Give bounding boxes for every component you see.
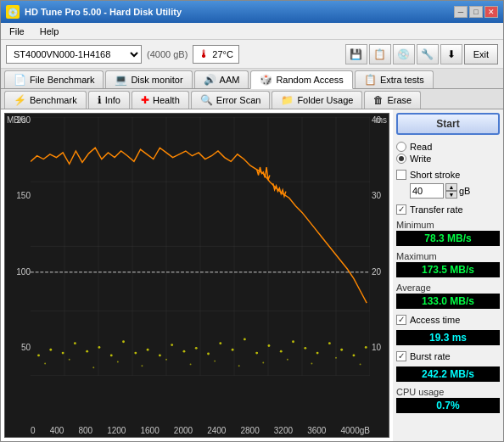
folder-usage-icon: 📁: [281, 94, 294, 106]
y-right-40: 40: [372, 115, 385, 125]
stroke-spinner: ▲ ▼: [445, 183, 457, 199]
maximum-label: Maximum: [396, 251, 500, 261]
short-stroke-checkbox[interactable]: [396, 170, 406, 180]
tab-aam-label: AAM: [220, 75, 240, 85]
svg-point-18: [62, 352, 64, 355]
tabs-row1: 📄 File Benchmark 💻 Disk monitor 🔊 AAM 🎲 …: [1, 69, 503, 89]
temperature-badge: 🌡 27°C: [193, 45, 239, 64]
y-axis-left: 200 150 100 50: [7, 114, 32, 420]
start-button[interactable]: Start: [396, 113, 500, 135]
stroke-up-btn[interactable]: ▲: [445, 183, 457, 191]
tab-health-label: Health: [153, 95, 180, 105]
burst-rate-block: 242.2 MB/s: [396, 366, 500, 382]
svg-point-54: [287, 359, 288, 361]
tab-benchmark-label: Benchmark: [30, 95, 77, 105]
tab-health[interactable]: ✚ Health: [132, 91, 189, 109]
tab-error-scan[interactable]: 🔍 Error Scan: [191, 91, 271, 109]
svg-point-30: [207, 353, 210, 355]
minimize-button[interactable]: ─: [454, 6, 468, 18]
tab-info-label: Info: [105, 95, 120, 105]
toolbar-icons: 💾 📋 💿 🔧 ⬇ Exit: [345, 44, 498, 64]
x-400: 400: [50, 426, 64, 435]
extra-tests-icon: 📋: [364, 74, 377, 86]
burst-rate-checkbox-item[interactable]: Burst rate: [396, 351, 500, 361]
chart-area: MB/s ms 200 150 100 50 40 30 20 10: [4, 113, 389, 438]
title-bar-left: 💿 HD Tune Pro 5.00 - Hard Disk Utility: [6, 5, 182, 19]
short-stroke-checkbox-item[interactable]: Short stroke: [396, 170, 500, 180]
tab-folder-usage[interactable]: 📁 Folder Usage: [272, 91, 362, 109]
transfer-rate-checkbox-item[interactable]: Transfer rate: [396, 204, 500, 215]
cpu-usage-label: CPU usage: [396, 387, 500, 397]
title-bar: 💿 HD Tune Pro 5.00 - Hard Disk Utility ─…: [1, 1, 503, 23]
svg-point-33: [244, 338, 246, 340]
x-3600: 3600: [307, 426, 326, 435]
tab-extra-tests[interactable]: 📋 Extra tests: [355, 70, 434, 88]
tab-error-scan-label: Error Scan: [216, 95, 261, 105]
short-stroke-label: Short stroke: [410, 170, 460, 180]
x-800: 800: [78, 426, 92, 435]
burst-rate-value: 242.2 MB/s: [396, 366, 500, 382]
tab-folder-usage-label: Folder Usage: [297, 95, 353, 105]
x-3200: 3200: [274, 426, 293, 435]
x-2400: 2400: [207, 426, 226, 435]
svg-point-42: [353, 355, 356, 357]
drive-selector[interactable]: ST4000VN000-1H4168: [6, 45, 142, 64]
svg-point-44: [44, 363, 46, 365]
health-icon-btn[interactable]: 🔧: [417, 44, 439, 64]
minimum-block: Minimum 78.3 MB/s: [396, 220, 500, 246]
stroke-input-row: ▲ ▼ gB: [410, 183, 500, 199]
maximize-button[interactable]: □: [469, 6, 483, 18]
access-time-label: Access time: [410, 315, 460, 325]
error-scan-icon: 🔍: [200, 94, 213, 106]
stroke-down-btn[interactable]: ▼: [445, 191, 457, 199]
save-icon-btn[interactable]: 💿: [393, 44, 415, 64]
app-icon: 💿: [6, 5, 20, 19]
write-radio[interactable]: [396, 154, 406, 164]
chart-svg: [31, 117, 370, 376]
burst-rate-checkbox[interactable]: [396, 351, 406, 361]
svg-point-57: [360, 363, 361, 365]
exit-button[interactable]: Exit: [464, 44, 498, 64]
menu-file[interactable]: File: [6, 25, 28, 37]
svg-point-56: [335, 357, 337, 359]
tab-benchmark[interactable]: ⚡ Benchmark: [4, 91, 87, 109]
write-radio-item[interactable]: Write: [396, 154, 500, 164]
tab-file-benchmark[interactable]: 📄 File Benchmark: [4, 70, 104, 88]
tab-info[interactable]: ℹ Info: [88, 91, 130, 109]
svg-point-32: [232, 349, 234, 351]
svg-point-41: [340, 349, 343, 351]
tab-aam[interactable]: 🔊 AAM: [194, 70, 249, 88]
tab-random-access[interactable]: 🎲 Random Access: [250, 70, 352, 89]
copy-icon-btn[interactable]: 📋: [369, 44, 391, 64]
y-left-100: 100: [8, 267, 31, 277]
transfer-rate-checkbox[interactable]: [396, 204, 406, 215]
random-access-icon: 🎲: [260, 74, 272, 86]
close-button[interactable]: ✕: [484, 6, 498, 18]
stroke-input[interactable]: [410, 183, 444, 199]
svg-point-17: [49, 349, 52, 351]
content-area: MB/s ms 200 150 100 50 40 30 20 10: [1, 109, 503, 441]
access-time-checkbox[interactable]: [396, 315, 406, 325]
tab-disk-monitor[interactable]: 💻 Disk monitor: [105, 70, 192, 88]
x-0: 0: [31, 426, 36, 435]
cpu-usage-value: 0.7%: [396, 398, 500, 413]
tab-erase[interactable]: 🗑 Erase: [364, 91, 421, 109]
transfer-rate-label: Transfer rate: [410, 204, 463, 215]
svg-point-39: [316, 352, 319, 355]
tab-random-access-label: Random Access: [276, 75, 343, 85]
hdd-icon-btn[interactable]: 💾: [345, 44, 367, 64]
health-tab-icon: ✚: [141, 94, 149, 106]
write-label: Write: [410, 154, 431, 164]
read-radio-item[interactable]: Read: [396, 142, 500, 152]
svg-point-50: [190, 363, 192, 365]
access-time-checkbox-item[interactable]: Access time: [396, 315, 500, 325]
temperature-value: 27°C: [212, 49, 233, 59]
right-panel: Start Read Write Short stroke ▲: [393, 109, 503, 441]
download-icon-btn[interactable]: ⬇: [440, 44, 462, 64]
read-radio[interactable]: [396, 142, 406, 152]
svg-point-19: [74, 342, 76, 344]
aam-icon: 🔊: [204, 74, 216, 86]
y-left-50: 50: [8, 343, 31, 352]
menu-help[interactable]: Help: [36, 25, 63, 37]
svg-point-48: [141, 365, 143, 366]
